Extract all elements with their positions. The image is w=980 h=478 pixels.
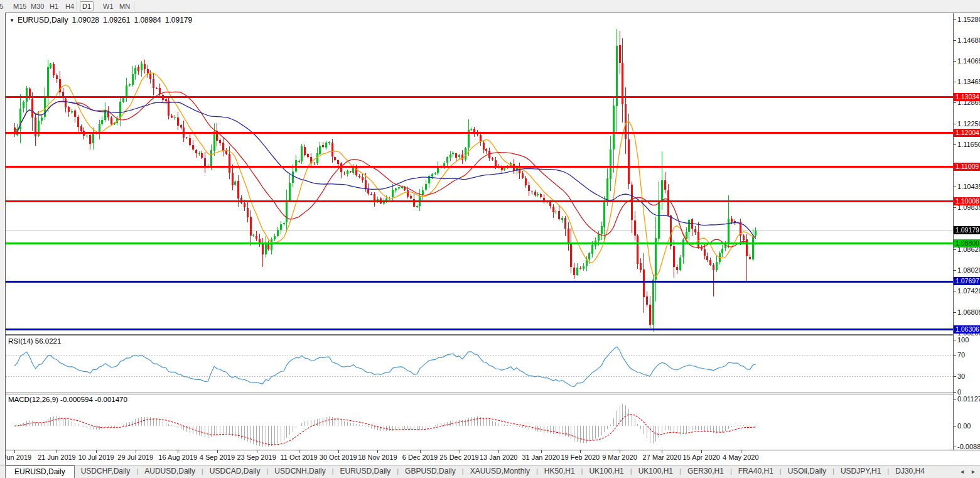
candlestick-chart[interactable]	[6, 13, 954, 334]
level-price-tag: 1.12004	[954, 129, 980, 137]
price-tick: 1.11650	[957, 141, 980, 148]
price-tick-dash	[954, 61, 956, 62]
level-price-tag: 1.13034	[954, 93, 980, 101]
price-tick-dash	[954, 187, 956, 187]
candles	[14, 29, 757, 331]
timeframe-button-w1[interactable]: W1	[101, 2, 116, 11]
timeframe-button-h1[interactable]: H1	[48, 2, 60, 11]
chart-tab-8[interactable]: HK50,H1	[538, 465, 581, 478]
level-price-tag: 1.07697	[954, 277, 980, 285]
time-label: 23 Sep 2019	[237, 454, 276, 461]
timeframe-button-m30[interactable]: M30	[29, 2, 46, 11]
price-tick: 1.10435	[957, 183, 980, 190]
mt4-terminal: M5M15M30H1H4D1W1MN ▼EURUSD,Daily1.090281…	[0, 0, 980, 478]
ohlc-low: 1.08984	[134, 16, 161, 24]
chart-tab-10[interactable]: UK100,H1	[632, 465, 679, 478]
ohlc-high: 1.09261	[103, 16, 130, 24]
macd-histogram	[14, 404, 756, 447]
chart-tab-5[interactable]: EURUSD,Daily	[334, 465, 397, 478]
time-label: 4 Sep 2019	[200, 454, 235, 461]
price-tick: 1.06805	[957, 309, 980, 316]
chart-tab-15[interactable]: DJ30,H4	[889, 465, 931, 478]
chart-tab-0[interactable]: EURUSD,Daily	[5, 465, 75, 478]
macd-tick: 0.00	[957, 423, 971, 430]
rsi-line	[14, 347, 756, 387]
rsi-tick-dash	[954, 392, 956, 393]
price-tick: 1.14680	[957, 37, 980, 44]
price-tick: 1.13465	[957, 79, 980, 85]
price-pane[interactable]: ▼EURUSD,Daily1.090281.092611.089841.0917…	[6, 13, 954, 334]
time-tick	[741, 450, 741, 453]
price-tick: 1.07420	[957, 288, 980, 295]
timeframe-button-m15[interactable]: M15	[11, 2, 28, 11]
ma-fast-line	[14, 73, 756, 277]
time-label: 3 Jun 2019	[6, 454, 31, 461]
time-tick	[460, 450, 460, 453]
price-tick: 1.15280	[957, 16, 980, 23]
symbol-dropdown-icon[interactable]: ▼	[9, 18, 14, 23]
rsi-tick-dash	[954, 340, 956, 340]
time-tick	[299, 450, 299, 453]
price-tick: 1.08020	[957, 267, 980, 274]
rsi-tick: 70	[957, 352, 965, 359]
chart-tab-4[interactable]: USDCNH,Daily	[268, 465, 331, 478]
price-tick: 1.14065	[957, 58, 980, 65]
chart-tab-bar: EURUSD,DailyUSDCHF,Daily|AUDUSD,Daily|US…	[0, 465, 980, 478]
chart-tab-6[interactable]: GBPUSD,Daily	[399, 465, 462, 478]
chart-tab-3[interactable]: USDCAD,Daily	[203, 465, 267, 478]
timeframe-button-m5[interactable]: M5	[0, 2, 5, 11]
time-label: 27 Mar 2020	[643, 454, 682, 461]
price-tick-dash	[954, 291, 956, 291]
chart-tab-2[interactable]: AUDUSD,Daily	[138, 465, 202, 478]
price-tick-dash	[954, 82, 956, 82]
chart-tab-12[interactable]: FRA40,H1	[732, 465, 780, 478]
chart-tab-11[interactable]: GER30,H1	[681, 465, 730, 478]
tab-scroll-right-button[interactable]: ►	[971, 469, 976, 475]
price-axis[interactable]: 1.152801.146801.140651.134651.128651.122…	[954, 13, 980, 450]
time-tick	[257, 450, 257, 453]
macd-tick-dash	[954, 447, 956, 447]
time-axis[interactable]: 3 Jun 201921 Jun 201910 Jul 201929 Jul 2…	[6, 450, 980, 465]
price-tick-dash	[954, 270, 956, 271]
macd-tick-dash	[954, 399, 956, 399]
rsi-tick: 30	[957, 373, 965, 380]
time-tick	[580, 450, 581, 453]
chart-tab-14[interactable]: USDJPY,H1	[834, 465, 887, 478]
time-tick	[136, 450, 136, 453]
chart-tab-13[interactable]: USOil,Daily	[782, 465, 832, 478]
chart-tab-1[interactable]: USDCHF,Daily	[75, 465, 137, 478]
time-label: 4 May 2020	[723, 454, 758, 461]
macd-chart	[6, 394, 954, 450]
time-label: 18 Nov 2019	[358, 454, 397, 461]
rsi-pane[interactable]: RSI(14) 56.0221	[6, 336, 954, 393]
toolbar-separator	[134, 1, 134, 11]
chart-header: ▼EURUSD,Daily1.090281.092611.089841.0917…	[9, 16, 196, 24]
time-label: 31 Jan 2020	[522, 454, 560, 461]
price-tick-dash	[954, 207, 956, 208]
time-label: 11 Oct 2019	[281, 454, 318, 461]
time-label: 6 Dec 2019	[402, 454, 438, 461]
price-tick: 1.12250	[957, 121, 980, 128]
time-tick	[541, 450, 542, 453]
macd-pane[interactable]: MACD(12,26,9) -0.000594 -0.001470	[6, 394, 954, 450]
ohlc-open: 1.09028	[72, 16, 99, 24]
time-tick	[338, 450, 339, 453]
price-tick-dash	[954, 102, 956, 103]
timeframe-button-mn[interactable]: MN	[117, 2, 132, 11]
chart-tab-7[interactable]: XAUUSD,Monthly	[464, 465, 536, 478]
current-price-tag: 1.09179	[954, 226, 980, 234]
chart-tab-9[interactable]: UK100,H1	[583, 465, 630, 478]
time-label: 21 Jun 2019	[38, 454, 76, 461]
macd-label: MACD(12,26,9) -0.000594 -0.001470	[8, 396, 127, 403]
symbol-label: EURUSD,Daily	[18, 16, 68, 24]
time-tick	[420, 450, 421, 453]
timeframe-button-d1[interactable]: D1	[80, 1, 94, 11]
timeframe-button-h4[interactable]: H4	[63, 2, 76, 11]
rsi-chart	[6, 336, 954, 393]
price-tick-dash	[954, 40, 956, 41]
time-label: 9 Mar 2020	[602, 454, 637, 461]
macd-tick: 0.011277	[957, 396, 980, 403]
price-tick-dash	[954, 249, 956, 250]
time-label: 29 Jul 2019	[117, 454, 153, 461]
tab-scroll-left-button[interactable]: ◄	[959, 469, 965, 475]
